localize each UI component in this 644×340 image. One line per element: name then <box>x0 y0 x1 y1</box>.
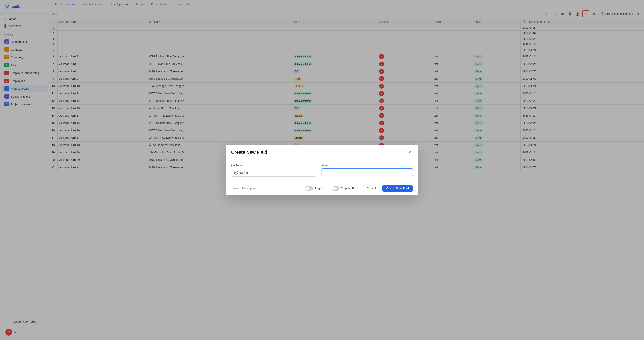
create-new-field-modal: Create New Field ✕ ⊙ Type * ⊙ String <box>226 145 418 196</box>
modal-overlay: Create New Field ✕ ⊙ Type * ⊙ String <box>0 0 644 340</box>
name-field-group: Name * <box>322 164 413 176</box>
type-select[interactable]: ⊙ String <box>231 169 316 177</box>
type-icon: ⊙ <box>231 164 235 167</box>
display-field-label: Display Field <box>341 187 358 190</box>
field-row: ⊙ Type * ⊙ String Name * <box>231 164 413 177</box>
type-label: ⊙ Type * <box>231 164 316 167</box>
required-toggle[interactable] <box>305 186 313 191</box>
required-toggle-knob <box>306 187 309 190</box>
required-label: Required <box>314 187 326 190</box>
required-toggle-group: Required <box>305 186 326 191</box>
display-field-toggle-knob <box>332 187 336 190</box>
cancel-button[interactable]: Cancel <box>363 185 380 192</box>
plus-icon: + <box>234 187 235 190</box>
type-required-star: * <box>243 164 244 167</box>
name-required-star: * <box>330 164 332 167</box>
modal-footer: + Add Description Required Display Field… <box>226 181 418 196</box>
name-label: Name * <box>322 164 413 167</box>
modal-body: ⊙ Type * ⊙ String Name * <box>226 159 418 181</box>
type-select-value: String <box>240 171 248 174</box>
modal-header: Create New Field ✕ <box>226 145 418 159</box>
type-field-group: ⊙ Type * ⊙ String <box>231 164 316 177</box>
type-select-icon: ⊙ <box>234 171 238 175</box>
display-field-toggle-group: Display Field <box>332 186 358 191</box>
modal-close-button[interactable]: ✕ <box>406 149 413 155</box>
modal-title: Create New Field <box>231 150 267 155</box>
name-input[interactable] <box>322 168 413 176</box>
display-field-toggle[interactable] <box>332 186 340 191</box>
create-new-field-button[interactable]: Create New Field <box>382 185 413 192</box>
add-description-button[interactable]: + Add Description <box>231 185 259 191</box>
